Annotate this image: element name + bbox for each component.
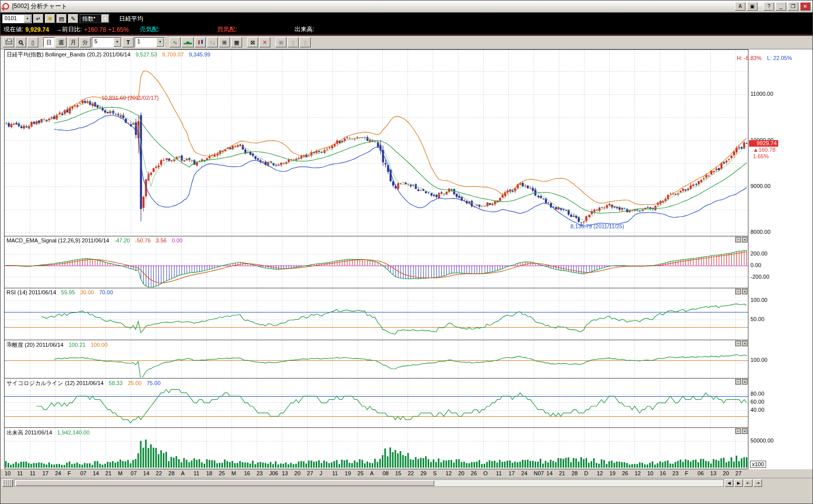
- panel-close-button[interactable]: ×: [742, 341, 747, 346]
- period-minute-button[interactable]: 分: [80, 37, 91, 47]
- font-size-button[interactable]: A: [735, 2, 745, 11]
- panel-close-button[interactable]: ×: [742, 289, 747, 294]
- x-axis-label: 12: [597, 470, 603, 476]
- candle-chart-button[interactable]: [195, 37, 206, 47]
- jump-first-button[interactable]: ⇤: [744, 479, 752, 487]
- magnifier-icon: [19, 40, 23, 44]
- eraser-button[interactable]: ⊠: [247, 37, 258, 47]
- rsi-panel-buttons: − ×: [735, 289, 747, 294]
- updown-button[interactable]: ↑↓: [207, 37, 218, 47]
- printer-icon: [6, 40, 12, 44]
- panel-minimize-button[interactable]: −: [735, 428, 741, 434]
- chart-scrollbar[interactable]: [14, 479, 724, 487]
- titlebar[interactable]: [5002] 分析チャート A ▣ ? _ ❐ ✕: [1, 1, 812, 13]
- dropdown-arrow-icon[interactable]: ▼: [113, 38, 121, 47]
- high-percent: H: -8.83%: [737, 55, 762, 61]
- panel-minimize-button[interactable]: −: [735, 341, 741, 346]
- x-axis-label: 07: [80, 470, 86, 476]
- dropdown-arrow-icon[interactable]: ▼: [156, 38, 164, 47]
- minute-value[interactable]: 5: [92, 38, 113, 47]
- grid-button[interactable]: ⊞: [219, 37, 230, 47]
- key-icon-button[interactable]: ✱: [45, 14, 55, 23]
- chart-region: 日経平均(指数) Bollinger_Bands (20,2) 2011/06/…: [1, 49, 812, 469]
- tick-count-value[interactable]: 1: [135, 38, 156, 47]
- panel-close-button[interactable]: ×: [742, 237, 747, 242]
- psych-low-line: 25.00: [128, 380, 142, 386]
- dropdown-arrow-icon[interactable]: ▼: [24, 15, 31, 23]
- peak-annotation: 10,891.60 (2011/02/17): [101, 95, 159, 101]
- clear-button[interactable]: ✕: [259, 37, 270, 47]
- chart-canvas[interactable]: [1, 49, 812, 469]
- volume-label: 出来高:: [295, 25, 314, 34]
- x-axis-label: 11: [496, 470, 501, 476]
- page-prev-button[interactable]: ▯: [287, 37, 299, 47]
- panel-minimize-button[interactable]: −: [735, 379, 741, 385]
- code-value[interactable]: 0101: [3, 15, 24, 23]
- line-chart-button[interactable]: ∿: [169, 37, 181, 47]
- close-button[interactable]: ✕: [800, 2, 810, 11]
- print-button[interactable]: [3, 37, 14, 47]
- fit-button[interactable]: ▦: [231, 37, 242, 47]
- zoom-button[interactable]: [15, 37, 26, 47]
- panel-close-button[interactable]: ×: [742, 428, 747, 434]
- maximize-button[interactable]: ❐: [788, 2, 798, 11]
- x-axis-label: 11: [17, 470, 23, 476]
- separator: [1, 34, 812, 36]
- panel-minimize-button[interactable]: −: [735, 237, 741, 242]
- change-value: +160.78: [84, 26, 106, 33]
- tick-count-select[interactable]: 1 ▼: [135, 37, 164, 47]
- page-next-button[interactable]: ▯: [300, 37, 311, 47]
- minute-select[interactable]: 5 ▼: [92, 37, 122, 47]
- help-button[interactable]: ?: [764, 2, 774, 11]
- tick-button[interactable]: T: [123, 37, 134, 47]
- index-type-value[interactable]: 指数*: [80, 15, 101, 23]
- x-axis-label: 22: [408, 470, 414, 476]
- x-axis-label: 24: [55, 470, 61, 476]
- x-axis-label: 23: [257, 470, 263, 476]
- x-axis-label: 06: [698, 470, 704, 476]
- panel-minimize-button[interactable]: −: [735, 289, 741, 294]
- code-input[interactable]: 0101 ▼: [2, 14, 32, 23]
- scrollbar-thumb[interactable]: [16, 480, 434, 486]
- period-daily-button[interactable]: 日: [43, 37, 54, 47]
- minimize-button[interactable]: _: [776, 2, 786, 11]
- period-weekly-button[interactable]: 週: [55, 37, 67, 47]
- dropdown-arrow-icon[interactable]: ▼: [101, 15, 109, 23]
- panel-title: MACD_EMA_Signal (12,26,9) 2011/06/14: [7, 237, 109, 243]
- copy-button[interactable]: ▣: [275, 37, 286, 47]
- osc-value: 3.56: [156, 237, 166, 243]
- zero-value: 0.00: [172, 237, 183, 243]
- rsi-high-line: 70.00: [99, 289, 113, 295]
- jump-last-button[interactable]: ⇥: [753, 479, 762, 487]
- x-axis-label: 28: [168, 470, 175, 476]
- candlestick-icon: [197, 39, 204, 45]
- x-axis-label: F: [685, 470, 688, 476]
- enter-button[interactable]: ↵: [33, 14, 43, 23]
- x-axis-label: 12: [445, 470, 451, 476]
- volume-panel-header: 出来高 2011/06/14 1,942,140.00: [7, 429, 93, 436]
- x-axis-label: 13: [710, 470, 716, 476]
- index-type-select[interactable]: 指数* ▼: [80, 14, 109, 23]
- bar-chart-button[interactable]: ▂▅▃: [182, 37, 194, 47]
- x-axis-label: S: [433, 470, 436, 476]
- boll-mid-value: 9,527.53: [136, 51, 157, 57]
- splitter-grip[interactable]: [2, 479, 13, 487]
- high-low-readout: H: -8.83% L: 22.05%: [733, 55, 792, 61]
- x-axis-label: O: [483, 470, 488, 476]
- new-page-button[interactable]: ▯: [27, 37, 38, 47]
- chart-toolbar: ▯ 日 週 月 分 5 ▼ T 1 ▼ ∿ ▂▅▃ ↑↓ ⊞ ▦ ⊠ ✕ ▣ ▯…: [1, 36, 812, 49]
- x-axis-label: M: [231, 470, 236, 476]
- kairi-panel-header: 乖離度 (20) 2011/06/14 100.21 100.00: [7, 341, 111, 349]
- bid-label: 買気配:: [217, 25, 237, 34]
- scroll-right-button[interactable]: ▶: [734, 479, 743, 487]
- sheet-button[interactable]: ▤: [56, 14, 67, 23]
- kairi-base-line: 100.00: [91, 342, 108, 348]
- trough-annotation: 8,135.79 (2011/11/25): [570, 223, 624, 229]
- panel-close-button[interactable]: ×: [742, 379, 747, 385]
- x-axis-label: 14: [93, 470, 99, 476]
- period-monthly-button[interactable]: 月: [68, 37, 79, 47]
- window-layout-button[interactable]: ▣: [747, 2, 758, 11]
- low-percent: L: 22.05%: [767, 55, 792, 61]
- scroll-left-button[interactable]: ◀: [725, 479, 733, 487]
- edit-button[interactable]: ✎: [68, 14, 78, 23]
